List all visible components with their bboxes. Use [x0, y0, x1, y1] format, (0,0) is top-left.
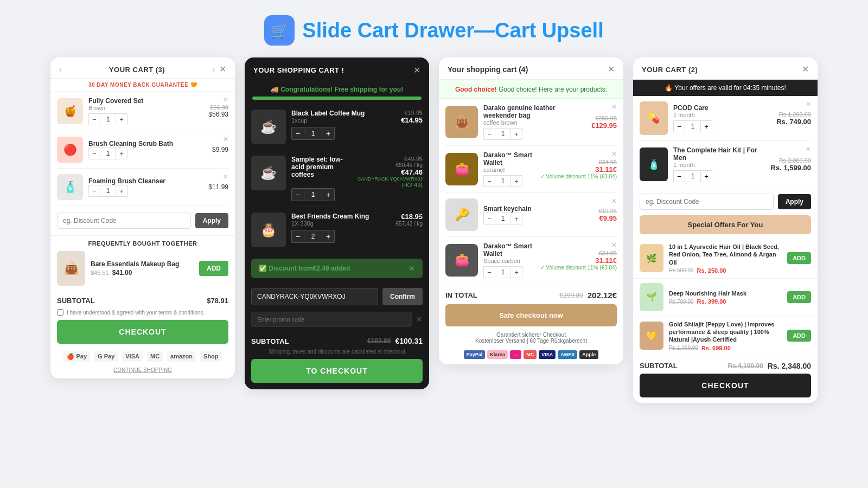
apply-discount-btn-1[interactable]: Apply [195, 213, 228, 228]
c3-qty-decrease-2[interactable]: − [483, 175, 495, 187]
fbt-add-btn[interactable]: ADD [199, 261, 228, 276]
checkout-btn-1[interactable]: CHECKOUT [57, 320, 228, 344]
card4-apply-btn[interactable]: Apply [778, 194, 811, 209]
pay-paypal: PayPal [464, 350, 486, 359]
qty-value-3: 1 [100, 185, 116, 197]
qty-increase-1[interactable]: + [116, 113, 127, 125]
c3-remove-4[interactable]: ✕ [611, 241, 617, 249]
item-image-1: 🍯 [57, 98, 83, 124]
item-remove-2[interactable]: ✕ [223, 136, 228, 143]
dark-item-image-1: ☕ [251, 110, 286, 144]
checkout-btn-4[interactable]: CHECKOUT [640, 374, 811, 397]
qty-increase-2[interactable]: + [116, 147, 127, 159]
dark-qty-decrease-2[interactable]: − [291, 188, 304, 201]
dark-qty-increase-1[interactable]: + [322, 127, 335, 140]
card1-nav-next[interactable]: › [212, 65, 215, 74]
offer-img-3: 💛 [640, 322, 663, 350]
card3-header: Your shopping cart (4) ✕ [439, 57, 623, 80]
c3-qty-decrease-4[interactable]: − [483, 266, 495, 278]
good-choice-bar: Good choice! Good choice! Here are your … [439, 80, 623, 99]
fbt-old-price: $45.51 [91, 269, 109, 276]
card3-close[interactable]: ✕ [608, 65, 615, 74]
dark-shipping-note: Shipping, taxes and discounts are calcul… [245, 348, 429, 359]
table-row: 👛 Darako™ Smart Wallet Space carbon − 1 … [445, 237, 617, 284]
dark-qty-decrease-1[interactable]: − [291, 127, 304, 140]
card1-nav-prev[interactable]: ‹ [59, 65, 62, 74]
offer-img-1: 🌿 [640, 244, 663, 272]
c4-qty-increase-2[interactable]: + [700, 170, 712, 182]
c3-img-2: 👛 [445, 153, 478, 185]
card1-close[interactable]: ✕ [219, 65, 226, 74]
dark-remove-1[interactable]: ✕ [417, 108, 423, 116]
qty-value-2: 1 [100, 147, 116, 159]
dark-item-name-3: Best Friends Cream King [291, 213, 391, 220]
qty-controls-3: − 1 + [88, 185, 203, 197]
subtotal-label-1: SUBTOTAL [57, 297, 95, 305]
dark-qty-increase-2[interactable]: + [322, 188, 335, 201]
discount-input-1[interactable] [57, 213, 191, 229]
promo-close[interactable]: ✕ [416, 315, 423, 324]
item-remove-1[interactable]: ✕ [223, 96, 228, 104]
c3-qty-increase-2[interactable]: + [510, 175, 522, 187]
card4-close[interactable]: ✕ [802, 65, 809, 74]
dark-item-image-2: ☕ [251, 156, 286, 190]
confirm-coupon-btn[interactable]: Confirm [382, 288, 423, 305]
card2-close[interactable]: ✕ [413, 65, 420, 75]
pay-amex: AMEX [558, 350, 577, 359]
offers-timer-bar: 🔥 Your offers are valid for 04:35 minute… [633, 80, 818, 96]
c3-remove-3[interactable]: ✕ [611, 197, 617, 205]
c3-qty-increase-1[interactable]: + [510, 128, 522, 140]
subtotal-value-1: $78.91 [207, 297, 228, 305]
terms-text: I have understood & agreed with your ter… [67, 310, 205, 316]
c4-qty-decrease-2[interactable]: − [673, 170, 685, 182]
qty-decrease-2[interactable]: − [88, 147, 100, 159]
c4-remove-2[interactable]: ✕ [806, 145, 811, 153]
item-image-3: 🧴 [57, 174, 83, 200]
offers-timer-text: 🔥 Your offers are valid for 04:35 minute… [665, 84, 786, 92]
qty-decrease-1[interactable]: − [88, 113, 100, 125]
c4-remove-1[interactable]: ✕ [806, 100, 811, 108]
offer-add-btn-1[interactable]: ADD [787, 252, 811, 264]
dark-qty-decrease-3[interactable]: − [291, 230, 304, 243]
continue-shopping-link[interactable]: CONTINUE SHOPPING [50, 365, 235, 378]
payment-visa: VISA [122, 351, 143, 362]
dark-qty-increase-3[interactable]: + [322, 230, 335, 243]
c3-qty-increase-4[interactable]: + [510, 266, 522, 278]
card2-title: YOUR SHOPPING CART ! [253, 66, 344, 74]
dark-qty-2: − 1 + [291, 188, 352, 201]
app-icon: 🛒 [264, 15, 295, 46]
c4-qty-increase-1[interactable]: + [700, 120, 712, 132]
c3-img-4: 👛 [445, 244, 478, 277]
cart-items-3: 👜 Darako genuine leather weekender bag c… [439, 99, 623, 284]
c3-qty-decrease-3[interactable]: − [483, 213, 495, 224]
c3-qty-4: − 1 + [483, 266, 535, 278]
c3-qty-decrease-1[interactable]: − [483, 128, 495, 140]
item-name-1: Fully Covered Set [88, 97, 203, 105]
terms-checkbox[interactable] [57, 309, 63, 316]
promo-input[interactable] [251, 312, 412, 327]
frequently-bought-section: FREQUENTLY BOUGHT TOGETHER 👜 Bare Essent… [50, 235, 235, 291]
to-checkout-btn[interactable]: TO CHECKOUT [251, 359, 423, 383]
cart-items-1: 🍯 Fully Covered Set Brown − 1 + $66.98 $… [50, 92, 235, 206]
good-choice-text: Good choice! Good choice! Here are your … [455, 86, 607, 93]
c3-remove-1[interactable]: ✕ [611, 103, 617, 111]
c3-remove-2[interactable]: ✕ [611, 150, 617, 158]
pay-pink: 💗 [510, 350, 521, 359]
discount-popup-close[interactable]: ✕ [409, 264, 415, 273]
dark-remove-2[interactable]: ✕ [417, 155, 423, 162]
item-remove-3[interactable]: ✕ [223, 173, 228, 181]
dark-qty-val-3: 2 [304, 230, 322, 243]
qty-increase-3[interactable]: + [116, 185, 127, 197]
coupon-input[interactable] [251, 288, 378, 305]
special-offers-bar: Special Offers For You [640, 215, 811, 234]
c3-qty-increase-3[interactable]: + [510, 213, 522, 224]
card3-title: Your shopping cart (4) [448, 65, 528, 74]
dark-remove-3[interactable]: ✕ [417, 211, 423, 219]
offer-add-btn-3[interactable]: ADD [787, 330, 811, 342]
guarantee-bar: 30 DAY MONEY BACK GUARANTEE 🧡 [50, 79, 235, 92]
offer-add-btn-2[interactable]: ADD [787, 291, 811, 303]
qty-decrease-3[interactable]: − [88, 185, 100, 197]
c4-qty-decrease-1[interactable]: − [673, 120, 685, 132]
safe-checkout-btn[interactable]: Safe checkout now [445, 304, 617, 326]
card4-discount-input[interactable] [640, 194, 774, 210]
